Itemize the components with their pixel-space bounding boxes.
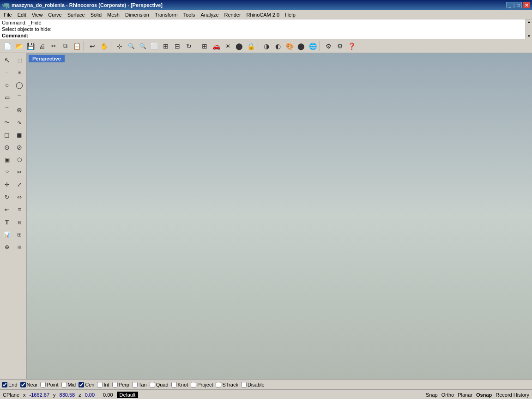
snap-cen-checkbox[interactable] xyxy=(79,382,84,387)
point-btn[interactable]: · xyxy=(1,66,13,79)
render-settings-button[interactable]: ⚙ xyxy=(334,41,345,52)
ortho-status-label[interactable]: Ortho xyxy=(441,392,454,398)
snap-project[interactable]: Project xyxy=(191,382,213,387)
circle-btn[interactable]: ○ xyxy=(1,79,13,91)
trim-btn[interactable]: ✂ xyxy=(13,166,25,178)
rect-btn[interactable]: ▭ xyxy=(1,91,13,103)
zoom-extents-button[interactable]: ⊞ xyxy=(160,41,171,52)
menu-help[interactable]: Help xyxy=(282,11,298,18)
snap-point-checkbox[interactable] xyxy=(40,382,46,387)
scale-btn[interactable]: ⤢ xyxy=(13,179,25,191)
snap-grid-button[interactable]: ⊹ xyxy=(114,41,125,52)
menu-surface[interactable]: Surface xyxy=(65,11,88,18)
scroll-up[interactable]: ▲ xyxy=(527,19,532,24)
freeform-btn[interactable]: 〜 xyxy=(1,116,13,128)
snap-cen[interactable]: Cen xyxy=(79,382,94,387)
new-button[interactable]: 📄 xyxy=(2,41,13,52)
sphere-button[interactable]: ⬤ xyxy=(296,41,307,52)
pt2-btn[interactable]: ✳ xyxy=(13,66,25,79)
rotate-view-button[interactable]: ↻ xyxy=(183,41,194,52)
sun-button[interactable]: ☀ xyxy=(222,41,233,52)
planar-status-label[interactable]: Planar xyxy=(458,392,472,398)
select2-btn[interactable]: ⬚ xyxy=(13,54,25,66)
annotate-btn[interactable]: ≡ xyxy=(13,204,25,216)
boolean-btn[interactable]: ▣ xyxy=(1,154,13,166)
snap-end[interactable]: End xyxy=(2,382,18,387)
analysis-btn[interactable]: 📊 xyxy=(1,229,13,241)
loft-btn[interactable]: ◻ xyxy=(1,129,13,141)
hatch-btn[interactable]: ⊟ xyxy=(13,216,25,228)
snap-project-checkbox[interactable] xyxy=(191,382,196,387)
zoom-in-button[interactable]: 🔍 xyxy=(126,41,137,52)
command-prompt[interactable]: Command: xyxy=(0,32,526,39)
polyline-btn[interactable]: ⌒ xyxy=(13,91,25,103)
menu-dimension[interactable]: Dimension xyxy=(122,11,152,18)
snap-tan[interactable]: Tan xyxy=(132,382,147,387)
undo-button[interactable]: ↩ xyxy=(87,41,98,52)
select-btn[interactable]: ↖ xyxy=(1,54,13,66)
snap-int[interactable]: Int xyxy=(97,382,109,387)
minimize-button[interactable]: _ xyxy=(506,2,514,8)
close-button[interactable]: ✕ xyxy=(523,2,530,8)
car-button[interactable]: 🚗 xyxy=(211,41,222,52)
material-button[interactable]: ◐ xyxy=(272,41,284,52)
zoom-selected-button[interactable]: ⊟ xyxy=(172,41,183,52)
menu-analyze[interactable]: Analyze xyxy=(198,11,221,18)
menu-file[interactable]: File xyxy=(1,11,15,18)
snap-quad-checkbox[interactable] xyxy=(150,382,155,387)
solid-btn[interactable]: ⬡ xyxy=(13,154,25,166)
snap-quad[interactable]: Quad xyxy=(150,382,169,387)
extrude-btn[interactable]: ◼ xyxy=(13,129,25,141)
snap-mid-checkbox[interactable] xyxy=(61,382,67,387)
pan-button[interactable]: ✋ xyxy=(98,41,109,52)
lock-button[interactable]: 🔒 xyxy=(245,41,256,52)
snap-point[interactable]: Point xyxy=(40,382,58,387)
zoom-window-button[interactable]: ⬜ xyxy=(149,41,160,52)
ellipse-btn[interactable]: ◯ xyxy=(13,79,25,91)
command-scrollbar[interactable]: ▲ ▼ xyxy=(526,19,532,39)
props-btn[interactable]: ≋ xyxy=(13,241,25,253)
help-button[interactable]: ❓ xyxy=(346,41,357,52)
revolve-btn[interactable]: ⊙ xyxy=(1,141,13,153)
sweep-btn[interactable]: ⊘ xyxy=(13,141,25,153)
snap-near-checkbox[interactable] xyxy=(20,382,26,387)
mirror-btn[interactable]: ⇔ xyxy=(13,191,25,203)
shade-button[interactable]: ◑ xyxy=(261,41,272,52)
snap-status-label[interactable]: Snap xyxy=(426,392,438,398)
menu-transform[interactable]: Transform xyxy=(152,11,181,18)
snap-near[interactable]: Near xyxy=(20,382,38,387)
menu-edit[interactable]: Edit xyxy=(15,11,29,18)
block-btn[interactable]: ⊞ xyxy=(13,229,25,241)
spiral-btn[interactable]: ⊛ xyxy=(13,104,25,116)
copy-button[interactable]: ⧉ xyxy=(60,41,71,52)
snap-int-checkbox[interactable] xyxy=(97,382,103,387)
menu-curve[interactable]: Curve xyxy=(45,11,64,18)
snap-perp[interactable]: Perp xyxy=(112,382,129,387)
maximize-button[interactable]: □ xyxy=(514,2,522,8)
snap-disable-checkbox[interactable] xyxy=(241,382,247,387)
text-btn[interactable]: T xyxy=(1,216,13,228)
dim-btn[interactable]: ⇤ xyxy=(1,204,13,216)
save-button[interactable]: 💾 xyxy=(25,41,36,52)
menu-rhinocam[interactable]: RhinoCAM 2.0 xyxy=(244,11,283,18)
menu-tools[interactable]: Tools xyxy=(181,11,198,18)
viewport-layout-button[interactable]: ⊞ xyxy=(199,41,210,52)
record-history-label[interactable]: Record History xyxy=(496,392,529,398)
snap-disable[interactable]: Disable xyxy=(241,382,265,387)
rotate-btn[interactable]: ↻ xyxy=(1,191,13,203)
zoom-out-button[interactable]: 🔍 xyxy=(137,41,148,52)
settings-button[interactable]: ⚙ xyxy=(323,41,334,52)
magnet-button[interactable]: ⬤ xyxy=(234,41,245,52)
snap-knot-checkbox[interactable] xyxy=(171,382,177,387)
snap-tan-checkbox[interactable] xyxy=(132,382,138,387)
layer-btn[interactable]: ⊕ xyxy=(1,241,13,253)
menu-mesh[interactable]: Mesh xyxy=(104,11,122,18)
osnap-status-label[interactable]: Osnap xyxy=(476,392,492,398)
menu-view[interactable]: View xyxy=(29,11,46,18)
move-btn[interactable]: ✛ xyxy=(1,179,13,191)
menu-render[interactable]: Render xyxy=(222,11,244,18)
snap-strack[interactable]: STrack xyxy=(216,382,238,387)
spline-btn[interactable]: ∿ xyxy=(13,116,25,128)
paste-button[interactable]: 📋 xyxy=(71,41,82,52)
cut-button[interactable]: ✂ xyxy=(48,41,59,52)
